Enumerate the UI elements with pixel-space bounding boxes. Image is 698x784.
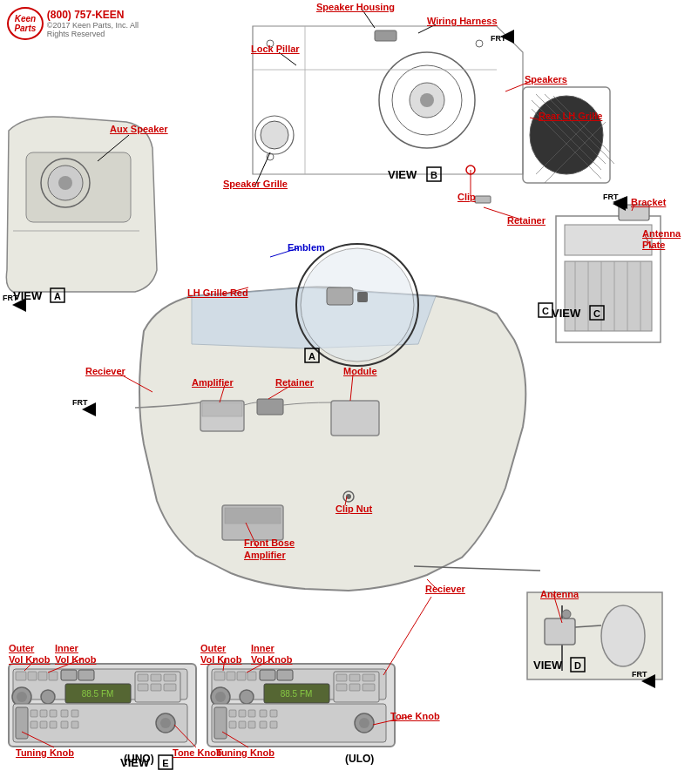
svg-point-15 — [530, 96, 603, 174]
svg-line-175 — [174, 725, 196, 747]
svg-point-3 — [420, 93, 434, 107]
svg-rect-89 — [28, 672, 37, 680]
svg-text:A: A — [308, 351, 315, 362]
svg-marker-63 — [12, 298, 26, 312]
svg-rect-106 — [13, 704, 187, 742]
svg-rect-54 — [305, 348, 319, 362]
svg-rect-138 — [349, 684, 360, 691]
svg-point-129 — [215, 692, 226, 702]
svg-rect-149 — [248, 721, 255, 728]
label-inner-vol-1: InnerVol Knob — [55, 643, 96, 666]
view-c-assembly: C — [539, 196, 661, 342]
svg-rect-113 — [30, 721, 37, 728]
label-reciever-top: Reciever — [85, 366, 125, 376]
svg-point-38 — [48, 166, 83, 200]
svg-rect-111 — [61, 710, 68, 717]
label-clip-nut: Clip Nut — [335, 504, 372, 514]
svg-marker-33 — [613, 196, 627, 209]
svg-rect-100 — [138, 674, 148, 681]
label-lock-pillar: Lock Pillar — [251, 44, 300, 54]
svg-text:88.5 FM: 88.5 FM — [82, 689, 114, 699]
label-speaker-grille: Speaker Grille — [223, 179, 288, 189]
svg-rect-127 — [277, 670, 293, 680]
svg-rect-49 — [222, 505, 283, 540]
svg-line-60 — [575, 625, 601, 627]
svg-rect-115 — [50, 721, 57, 728]
svg-text:FRT: FRT — [3, 294, 18, 302]
label-tuning-2: Tuning Knob — [216, 747, 274, 758]
svg-rect-81 — [571, 658, 585, 672]
svg-rect-109 — [40, 710, 47, 717]
svg-rect-133 — [334, 672, 379, 702]
logo-keen: KeenParts (800) 757-KEEN ©2017 Keen Part… — [7, 7, 159, 40]
svg-rect-24 — [565, 225, 652, 255]
svg-text:C: C — [542, 306, 549, 316]
svg-rect-45 — [200, 401, 244, 431]
logo-oval: KeenParts — [7, 7, 44, 40]
svg-line-20 — [553, 96, 610, 152]
svg-rect-137 — [336, 684, 347, 691]
label-speaker-housing: Speaker Housing — [316, 2, 395, 12]
svg-marker-65 — [82, 402, 96, 416]
svg-text:C: C — [593, 308, 600, 319]
svg-point-7 — [476, 40, 483, 47]
svg-rect-102 — [164, 674, 176, 681]
svg-rect-144 — [248, 710, 255, 717]
svg-rect-103 — [138, 684, 148, 691]
svg-rect-148 — [239, 721, 246, 728]
svg-marker-69 — [613, 197, 626, 211]
label-front-bose: Front BoseAmplifier — [244, 537, 295, 562]
svg-point-52 — [346, 494, 351, 499]
svg-marker-61 — [500, 30, 514, 44]
svg-line-183 — [383, 597, 431, 675]
svg-rect-134 — [336, 674, 347, 681]
label-bracket: Bracket — [631, 197, 666, 207]
svg-rect-131 — [264, 684, 329, 703]
svg-rect-104 — [151, 684, 161, 691]
svg-point-59 — [562, 610, 571, 618]
svg-rect-88 — [16, 672, 26, 680]
svg-line-177 — [22, 732, 54, 747]
label-amplifier: Amplifier — [192, 377, 234, 388]
svg-text:VIEW: VIEW — [13, 289, 43, 302]
label-rear-lh-grille: Rear LH Grille — [539, 111, 602, 121]
svg-point-12 — [466, 166, 475, 174]
svg-rect-25 — [565, 261, 652, 331]
radio-uno: 88.5 FM — [9, 664, 196, 747]
label-emblem: Emblem — [288, 242, 325, 253]
svg-rect-57 — [545, 618, 575, 645]
svg-line-156 — [279, 52, 296, 65]
svg-line-18 — [536, 94, 606, 164]
svg-rect-48 — [257, 399, 283, 415]
frt-arrow-center: FRT — [72, 398, 96, 416]
svg-rect-123 — [227, 672, 235, 680]
svg-point-51 — [343, 491, 354, 502]
svg-rect-92 — [61, 670, 77, 680]
label-module: Module — [343, 366, 377, 376]
svg-rect-150 — [260, 721, 267, 728]
svg-rect-86 — [9, 664, 196, 747]
svg-rect-125 — [247, 672, 256, 680]
svg-text:FRT: FRT — [72, 398, 88, 407]
svg-rect-151 — [270, 721, 277, 728]
svg-rect-84 — [159, 755, 173, 769]
svg-text:B: B — [430, 170, 437, 180]
svg-point-96 — [41, 690, 55, 704]
view-d-antenna — [527, 592, 662, 679]
label-antenna-plate: AntennaPlate — [642, 228, 681, 251]
rear-lh-grille — [523, 87, 614, 183]
label-clip: Clip — [457, 192, 476, 202]
svg-rect-13 — [475, 196, 491, 203]
frt-arrow-bracket: FRT — [603, 193, 626, 211]
svg-point-118 — [156, 713, 175, 733]
svg-text:VIEW: VIEW — [388, 168, 417, 181]
svg-rect-146 — [270, 710, 277, 717]
svg-line-164 — [350, 375, 353, 401]
svg-rect-116 — [61, 721, 68, 728]
svg-point-95 — [17, 692, 27, 702]
svg-rect-14 — [523, 87, 610, 183]
logo-area: KeenParts (800) 757-KEEN ©2017 Keen Part… — [7, 7, 159, 40]
svg-rect-87 — [13, 669, 187, 700]
frt-arrow-top: FRT — [491, 30, 514, 44]
svg-rect-135 — [349, 674, 360, 681]
